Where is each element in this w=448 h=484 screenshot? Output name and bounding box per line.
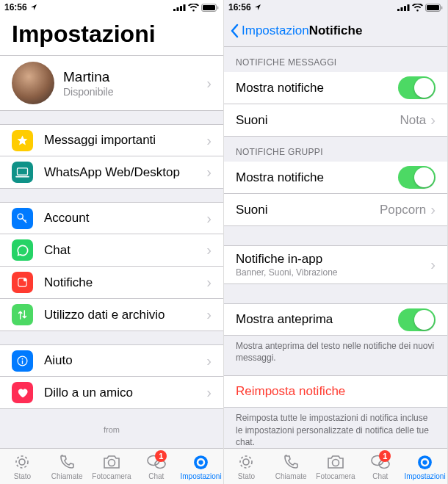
svg-point-22 bbox=[198, 460, 203, 464]
svg-rect-14 bbox=[22, 360, 23, 364]
tab-fotocamera[interactable]: Fotocamera bbox=[90, 449, 134, 484]
row-label: Aiuto bbox=[44, 353, 206, 368]
row-label: Suoni bbox=[236, 113, 400, 128]
chevron-icon: › bbox=[430, 201, 436, 218]
chevron-icon: › bbox=[206, 306, 212, 323]
row-label: Notifiche bbox=[44, 275, 206, 290]
svg-point-13 bbox=[22, 358, 24, 359]
chevron-icon: › bbox=[206, 75, 212, 92]
toggle-msg-show[interactable] bbox=[398, 76, 436, 99]
tab-chiamate[interactable]: Chiamate bbox=[45, 449, 90, 484]
svg-rect-26 bbox=[408, 4, 410, 11]
row-chat[interactable]: Chat › bbox=[0, 234, 223, 267]
signal-icon bbox=[173, 4, 186, 11]
tab-label: Chat bbox=[148, 472, 164, 480]
row-account[interactable]: Account › bbox=[0, 202, 223, 234]
tab-label: Chat bbox=[372, 472, 388, 480]
row-help[interactable]: Aiuto › bbox=[0, 344, 223, 377]
status-time: 16:56 bbox=[4, 2, 27, 12]
tab-label: Chiamate bbox=[275, 472, 307, 480]
row-grp-show-notifications[interactable]: Mostra notifiche bbox=[224, 162, 447, 194]
row-tell-friend[interactable]: Dillo a un amico › bbox=[0, 377, 223, 409]
tab-chat[interactable]: 1 Chat bbox=[358, 449, 402, 484]
tab-bar: Stato Chiamate Fotocamera 1 Chat Imposta… bbox=[224, 448, 447, 484]
toggle-grp-show[interactable] bbox=[398, 166, 436, 189]
star-icon bbox=[12, 130, 33, 151]
row-label: Mostra notifiche bbox=[236, 170, 398, 185]
svg-rect-23 bbox=[397, 9, 400, 11]
row-msg-show-notifications[interactable]: Mostra notifiche bbox=[224, 72, 447, 104]
svg-point-11 bbox=[24, 278, 27, 282]
svg-point-16 bbox=[19, 459, 25, 465]
row-grp-sounds[interactable]: Suoni Popcorn › bbox=[224, 194, 447, 226]
tab-label: Stato bbox=[238, 472, 255, 480]
svg-point-30 bbox=[240, 456, 252, 468]
status-time: 16:56 bbox=[228, 2, 251, 12]
tab-stato[interactable]: Stato bbox=[224, 449, 269, 484]
chevron-icon: › bbox=[206, 384, 212, 401]
row-label: Utilizzo dati e archivio bbox=[44, 308, 206, 322]
svg-rect-3 bbox=[184, 4, 186, 11]
toggle-show-preview[interactable] bbox=[398, 308, 436, 331]
tab-fotocamera[interactable]: Fotocamera bbox=[314, 449, 358, 484]
row-in-app-notifications[interactable]: Notifiche in-app Banner, Suoni, Vibrazio… bbox=[224, 245, 447, 284]
profile-status: Disponibile bbox=[63, 86, 206, 98]
data-arrows-icon bbox=[12, 304, 33, 325]
profile-cell[interactable]: Martina Disponibile › bbox=[0, 55, 223, 111]
row-label: Suoni bbox=[236, 203, 380, 217]
status-bar: 16:56 bbox=[224, 0, 447, 15]
status-circle-icon bbox=[237, 453, 255, 471]
row-value: Nota bbox=[400, 113, 426, 128]
camera-icon bbox=[326, 453, 345, 471]
info-icon bbox=[12, 350, 33, 372]
back-button[interactable]: Impostazioni bbox=[230, 24, 311, 38]
row-reset-notifications[interactable]: Reimposta notifiche bbox=[224, 375, 447, 408]
svg-point-37 bbox=[422, 460, 427, 464]
row-notifications[interactable]: Notifiche › bbox=[0, 267, 223, 299]
chevron-icon: › bbox=[206, 210, 212, 227]
nav-bar: Impostazioni Notifiche bbox=[224, 15, 447, 47]
battery-icon bbox=[425, 4, 443, 12]
row-label: Mostra anteprima bbox=[236, 312, 398, 327]
section-header-messages: NOTIFICHE MESSAGGI bbox=[224, 47, 447, 72]
tab-label: Stato bbox=[14, 472, 31, 480]
row-starred-messages[interactable]: Messaggi importanti › bbox=[0, 124, 223, 156]
tab-impostazioni[interactable]: Impostazioni bbox=[402, 449, 447, 484]
tab-stato[interactable]: Stato bbox=[0, 449, 45, 484]
section-header-groups: NOTIFICHE GRUPPI bbox=[224, 137, 447, 162]
svg-rect-7 bbox=[18, 167, 28, 174]
tab-label: Impostazioni bbox=[405, 472, 446, 480]
row-subtitle: Banner, Suoni, Vibrazione bbox=[236, 267, 430, 278]
key-icon bbox=[12, 208, 33, 229]
tab-chiamate[interactable]: Chiamate bbox=[269, 449, 314, 484]
tab-impostazioni[interactable]: Impostazioni bbox=[178, 449, 223, 484]
row-msg-sounds[interactable]: Suoni Nota › bbox=[224, 104, 447, 137]
row-label: Chat bbox=[44, 243, 206, 258]
chevron-icon: › bbox=[430, 256, 436, 273]
svg-rect-24 bbox=[401, 7, 403, 11]
row-label: Notifiche in-app bbox=[236, 252, 430, 267]
avatar bbox=[12, 62, 54, 104]
wifi-icon bbox=[412, 4, 423, 12]
svg-point-32 bbox=[332, 460, 339, 466]
tab-chat[interactable]: 1 Chat bbox=[134, 449, 178, 484]
wifi-icon bbox=[188, 4, 199, 12]
svg-point-17 bbox=[108, 460, 115, 466]
nav-title: Notifiche bbox=[309, 24, 363, 38]
tab-label: Impostazioni bbox=[181, 472, 222, 480]
from-label: from bbox=[0, 422, 223, 437]
chevron-icon: › bbox=[206, 274, 212, 291]
section-footer-reset: Reimposta tutte le impostazioni di notif… bbox=[224, 408, 447, 448]
settings-scroll[interactable]: Impostazioni Martina Disponibile › Messa… bbox=[0, 15, 223, 448]
row-show-preview[interactable]: Mostra anteprima bbox=[224, 303, 447, 336]
chevron-left-icon bbox=[230, 24, 239, 38]
notifications-scroll[interactable]: NOTIFICHE MESSAGGI Mostra notifiche Suon… bbox=[224, 47, 447, 448]
bell-icon bbox=[12, 272, 33, 293]
chevron-icon: › bbox=[206, 242, 212, 259]
row-whatsapp-web[interactable]: WhatsApp Web/Desktop › bbox=[0, 156, 223, 189]
phone-icon bbox=[282, 453, 300, 471]
laptop-icon bbox=[12, 162, 33, 183]
row-data-usage[interactable]: Utilizzo dati e archivio › bbox=[0, 299, 223, 331]
svg-rect-1 bbox=[177, 7, 179, 11]
gear-icon bbox=[192, 453, 210, 472]
